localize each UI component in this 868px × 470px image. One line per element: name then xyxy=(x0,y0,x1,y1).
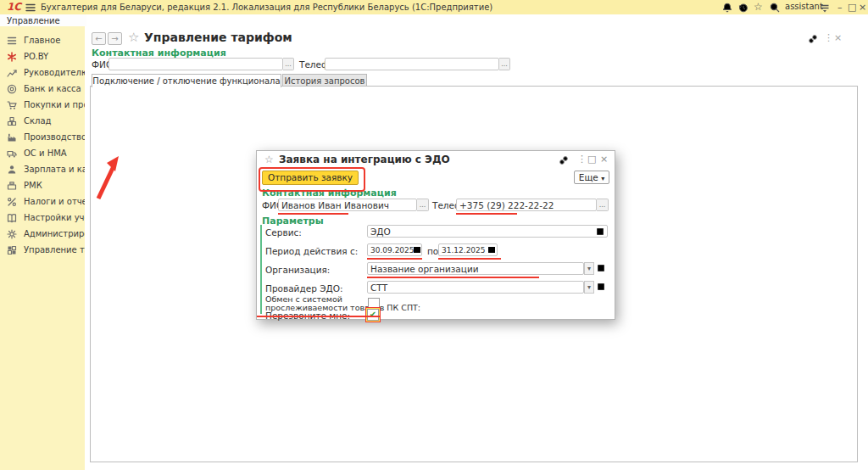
org-open-icon[interactable] xyxy=(597,264,605,272)
tiles-icon xyxy=(7,245,17,255)
form-close-icon[interactable]: × xyxy=(834,32,842,43)
boxes-icon xyxy=(7,116,17,126)
truck-icon xyxy=(7,148,17,159)
dialog-star-icon[interactable]: ☆ xyxy=(264,154,274,165)
annotation-underline-phone xyxy=(456,213,517,215)
annotation-arrow xyxy=(90,153,127,202)
sidebar-item-zarplata-kadry[interactable]: Зарплата и кадры xyxy=(0,163,85,178)
provider-input[interactable]: СТТ xyxy=(367,281,584,294)
chart-icon xyxy=(7,68,17,78)
provider-label: Провайдер ЭДО: xyxy=(265,283,343,294)
sidebar-item-upravlenie-tarifom[interactable]: Управление тарифом xyxy=(0,243,85,259)
sidebar-item-pokupki-prodazhi[interactable]: Покупки и продажи xyxy=(0,98,85,114)
sidebar-item-rmk[interactable]: РМК xyxy=(0,179,85,194)
back-button[interactable]: ← xyxy=(92,32,106,45)
sidebar-item-administrirovanie[interactable]: Администрирование xyxy=(0,227,85,243)
open-windows-tabbar: Управление тарифом× xyxy=(0,14,868,26)
sidebar-item-proizvodstvo[interactable]: Производство xyxy=(0,131,85,146)
register-icon xyxy=(7,181,17,191)
org-input[interactable]: Название организации xyxy=(367,262,584,275)
edo-request-dialog: ☆ Заявка на интеграцию с ЭДО ⋮ □ × Отпра… xyxy=(256,150,615,320)
tab-istoriya-zaprosov[interactable]: История запросов xyxy=(282,74,367,87)
dialog-phone-select-button[interactable]: ... xyxy=(597,199,609,211)
annotation-underline-period-from xyxy=(367,258,422,260)
annotation-send-highlight xyxy=(259,167,365,192)
dialog-more-icon[interactable]: ⋮ xyxy=(577,154,587,165)
person-icon xyxy=(7,165,17,175)
favorites-star-icon[interactable]: ☆ xyxy=(754,1,763,13)
params-group-bar xyxy=(260,225,262,314)
history-icon[interactable] xyxy=(737,2,749,14)
minimize-button[interactable]: – xyxy=(837,2,843,13)
sidebar-item-poby[interactable]: PO.BY xyxy=(0,50,85,65)
search-icon[interactable] xyxy=(769,2,781,14)
sidebar-item-sklad[interactable]: Склад xyxy=(0,115,85,130)
sidebar-item-os-nma[interactable]: ОС и НМА xyxy=(0,147,85,162)
restore-button[interactable]: □ xyxy=(848,2,856,13)
fio-select-button[interactable]: ... xyxy=(283,58,294,70)
menu-icon xyxy=(7,36,17,46)
factory-icon xyxy=(7,132,17,143)
sidebar-item-nalogi[interactable]: Налоги и отчетность xyxy=(0,195,85,210)
dialog-fio-input[interactable]: Иванов Иван Иванович xyxy=(278,199,417,211)
dialog-restore-icon[interactable]: □ xyxy=(587,154,596,165)
dialog-more-button[interactable]: Еще ▾ xyxy=(574,171,609,184)
gear-icon xyxy=(7,229,17,239)
period-to-calendar-icon[interactable] xyxy=(487,245,496,254)
sidebar-item-rukovoditelyu[interactable]: Руководителю xyxy=(0,66,85,81)
window-title: Бухгалтерия для Беларуси, редакция 2.1. … xyxy=(41,3,492,12)
hamburger-menu-icon[interactable] xyxy=(25,2,36,14)
asterisk-icon xyxy=(7,52,17,62)
more-menu-icon[interactable]: ⋮ xyxy=(824,32,833,43)
forward-button[interactable]: → xyxy=(108,32,122,45)
close-button[interactable]: × xyxy=(859,2,866,13)
provider-open-icon[interactable] xyxy=(597,283,605,291)
dialog-params-header[interactable]: Параметры xyxy=(262,215,324,227)
service-input[interactable]: ЭДО xyxy=(367,225,608,238)
notifications-bell-icon[interactable] xyxy=(721,2,733,14)
period-from-calendar-icon[interactable] xyxy=(413,245,421,254)
1c-logo: 1С xyxy=(7,1,21,13)
phone-select-button[interactable]: ... xyxy=(499,58,510,70)
dialog-phone-input[interactable]: +375 (29) 222-22-22 xyxy=(456,199,597,211)
annotation-underline-fio xyxy=(278,213,348,215)
get-link-icon[interactable] xyxy=(808,34,818,44)
dialog-close-icon[interactable]: × xyxy=(600,154,608,165)
dialog-title: Заявка на интеграцию с ЭДО xyxy=(279,154,450,165)
org-label: Организация: xyxy=(265,265,330,275)
favorite-star-icon[interactable]: ☆ xyxy=(128,30,139,45)
period-label: Период действия с: xyxy=(265,246,358,256)
callback-checkbox[interactable]: ✔ xyxy=(367,309,379,321)
sidebar-item-glavnoe[interactable]: Главное xyxy=(0,34,85,49)
coin-icon xyxy=(7,84,17,94)
dialog-link-icon[interactable] xyxy=(559,155,569,165)
annotation-underline-callback xyxy=(257,316,380,317)
dialog-fio-select-button[interactable]: ... xyxy=(417,199,429,211)
org-dropdown-button[interactable]: ▾ xyxy=(584,262,594,275)
book-icon xyxy=(7,213,17,223)
service-label: Сервис: xyxy=(265,227,302,238)
cart-icon xyxy=(7,100,17,110)
phone-input[interactable] xyxy=(325,58,499,70)
user-button[interactable]: assistant xyxy=(785,2,823,11)
annotation-underline-period-to xyxy=(438,258,501,260)
service-open-icon[interactable] xyxy=(596,227,604,236)
app-window: 1С Бухгалтерия для Беларуси, редакция 2.… xyxy=(0,0,868,470)
tab-podklyuchenie[interactable]: Подключение / отключение функционала xyxy=(92,74,281,87)
title-bar: 1С Бухгалтерия для Беларуси, редакция 2.… xyxy=(0,0,868,14)
sidebar-item-nastroiki-ucheta[interactable]: Настройки учета xyxy=(0,211,85,227)
fio-input[interactable] xyxy=(108,58,283,70)
sidebar-item-bank-kassa[interactable]: Банк и касса xyxy=(0,82,85,98)
percent-icon xyxy=(7,197,17,207)
service-settings-icon[interactable] xyxy=(819,2,831,14)
annotation-underline-org xyxy=(367,277,539,278)
provider-dropdown-button[interactable]: ▾ xyxy=(584,281,594,294)
page-title: Управление тарифом xyxy=(144,31,292,44)
sections-sidebar: Главное PO.BY Руководителю Банк и касса … xyxy=(0,26,85,470)
annotation-callback-highlight: ✔ xyxy=(365,307,381,322)
